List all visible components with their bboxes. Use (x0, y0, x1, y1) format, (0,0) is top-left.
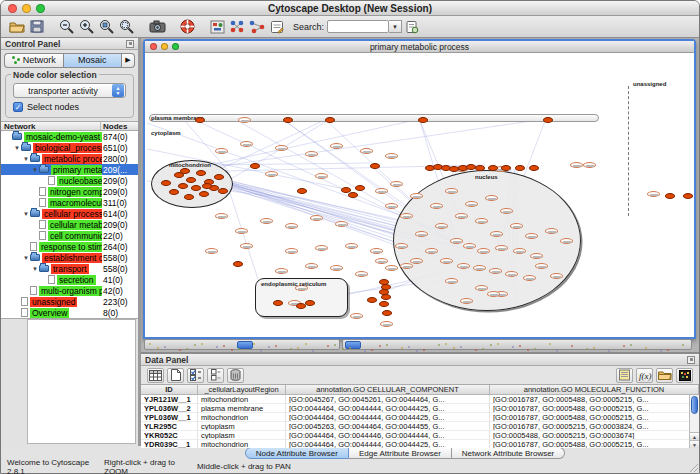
network-node-unselected[interactable] (430, 203, 443, 209)
network-node-unselected[interactable] (385, 265, 398, 271)
tab-mosaic[interactable]: Mosaic (63, 53, 123, 68)
network-node-unselected[interactable] (513, 248, 526, 254)
network-node-selected[interactable] (161, 180, 171, 186)
network-node-selected[interactable] (543, 117, 553, 123)
tab-node-attribute-browser[interactable]: Node Attribute Browser (245, 447, 349, 459)
network-node-unselected[interactable] (385, 203, 398, 209)
import-table-icon[interactable] (616, 368, 633, 383)
network-node-selected[interactable] (180, 168, 190, 174)
network-node-unselected[interactable] (335, 221, 348, 227)
network-edge[interactable] (220, 119, 327, 169)
zoom-selected-icon[interactable] (97, 18, 117, 36)
network-node-selected[interactable] (218, 188, 228, 194)
annotation-icon[interactable] (267, 18, 287, 36)
close-button[interactable] (8, 4, 17, 13)
network-node-selected[interactable] (273, 300, 283, 306)
network-node-selected[interactable] (202, 183, 212, 189)
network-node-selected[interactable] (382, 310, 392, 316)
network-node-selected[interactable] (488, 165, 498, 171)
network-node-unselected[interactable] (473, 265, 486, 271)
tree-row[interactable]: ▼transport558(0) (1, 263, 138, 274)
resize-grip[interactable] (688, 462, 698, 472)
network-node-unselected[interactable] (425, 248, 438, 254)
select-nodes-checkbox[interactable]: ✓ (13, 102, 23, 112)
network-node-unselected[interactable] (205, 248, 218, 254)
minimized-window-bar[interactable] (342, 339, 692, 350)
expander-icon[interactable]: ▼ (22, 156, 30, 162)
network-node-unselected[interactable] (490, 231, 503, 237)
network-node-unselected[interactable] (545, 228, 558, 234)
network-node-unselected[interactable] (410, 193, 423, 199)
network-node-selected[interactable] (196, 170, 206, 176)
minimize-button[interactable] (22, 4, 31, 13)
col-header-id[interactable]: ID (141, 385, 198, 395)
minimized-window-bar[interactable] (144, 339, 340, 350)
search-input[interactable] (327, 20, 389, 33)
network-node-unselected[interactable] (560, 238, 573, 244)
network-node-unselected[interactable] (455, 213, 468, 219)
col-header-molecular-function[interactable]: annotation.GO MOLECULAR_FUNCTION (490, 385, 699, 395)
network-node-unselected[interactable] (315, 173, 328, 179)
network-node-selected[interactable] (184, 194, 194, 200)
network-node-unselected[interactable] (330, 265, 343, 271)
network-node-unselected[interactable] (370, 248, 383, 254)
network-node-selected[interactable] (355, 185, 365, 191)
network-node-unselected[interactable] (345, 243, 358, 249)
table-row[interactable]: YJR121W__1mitochondrion[GO:0045267, GO:0… (141, 395, 699, 404)
unselect-attributes-icon[interactable] (207, 368, 224, 383)
tab-edge-attribute-browser[interactable]: Edge Attribute Browser (349, 447, 452, 459)
network-node-unselected[interactable] (265, 171, 278, 177)
network-node-selected[interactable] (178, 183, 188, 189)
tree-col-nodes[interactable]: Nodes (101, 122, 138, 130)
tree-row[interactable]: response to stimulu264(0) (1, 241, 138, 252)
snapshot-icon[interactable] (147, 18, 167, 36)
network-node-unselected[interactable] (500, 208, 513, 214)
network-node-selected[interactable] (186, 177, 196, 183)
table-row[interactable]: YPL036W__2plasma membrane[GO:0044464, GO… (141, 404, 699, 413)
delete-attribute-icon[interactable] (227, 368, 244, 383)
float-panel-icon[interactable] (126, 40, 134, 48)
attribute-table-icon[interactable] (147, 368, 164, 383)
network-node-unselected[interactable] (275, 268, 288, 274)
network-node-unselected[interactable] (510, 223, 523, 229)
network-node-unselected[interactable] (375, 188, 388, 194)
network-node-unselected[interactable] (477, 248, 490, 254)
network-node-unselected[interactable] (463, 243, 476, 249)
view-zoom-button[interactable] (172, 43, 179, 50)
zoom-in-icon[interactable] (77, 18, 97, 36)
network-node-selected[interactable] (367, 297, 377, 303)
tree-col-network[interactable]: Network (1, 122, 101, 130)
network-node-selected[interactable] (325, 117, 335, 123)
network-node-unselected[interactable] (475, 285, 488, 291)
tree-row[interactable]: unassigned223(0) (1, 296, 138, 307)
network-node-selected[interactable] (418, 117, 428, 123)
tree-row[interactable]: secretion41(0) (1, 274, 138, 285)
open-attributes-icon[interactable] (656, 368, 673, 383)
network-node-selected[interactable] (297, 188, 307, 194)
network-node-selected[interactable] (169, 189, 179, 195)
tab-overflow-icon[interactable]: ▶ (122, 53, 135, 68)
network-node-unselected[interactable] (583, 162, 596, 168)
network-node-unselected[interactable] (525, 233, 538, 239)
network-node-selected[interactable] (379, 301, 389, 307)
tree-row[interactable]: Overview8(0) (1, 307, 138, 318)
network-node-unselected[interactable] (395, 243, 408, 249)
network-node-unselected[interactable] (285, 248, 298, 254)
network-node-unselected[interactable] (260, 218, 273, 224)
network-node-unselected[interactable] (570, 162, 583, 168)
network-node-unselected[interactable] (535, 263, 548, 269)
matrix-icon[interactable] (676, 368, 693, 383)
network-canvas[interactable]: plasma membrane cytoplasm mitochondrion … (145, 53, 694, 337)
network-node-unselected[interactable] (457, 263, 470, 269)
network-node-selected[interactable] (683, 193, 693, 199)
network-node-unselected[interactable] (487, 291, 500, 297)
tab-network[interactable]: Network (4, 53, 63, 68)
network-node-unselected[interactable] (305, 151, 318, 157)
tree-row[interactable]: nucleobase-209(0) (1, 175, 138, 186)
network-node-unselected[interactable] (505, 271, 518, 277)
network-node-unselected[interactable] (390, 181, 403, 187)
tree-row[interactable]: multi-organism pro42(0) (1, 285, 138, 296)
table-row[interactable]: YKR052Ccytoplasm[GO:0044464, GO:0044446,… (141, 431, 699, 440)
titlebar[interactable]: Cytoscape Desktop (New Session) (1, 1, 699, 16)
network-node-selected[interactable] (250, 163, 260, 169)
